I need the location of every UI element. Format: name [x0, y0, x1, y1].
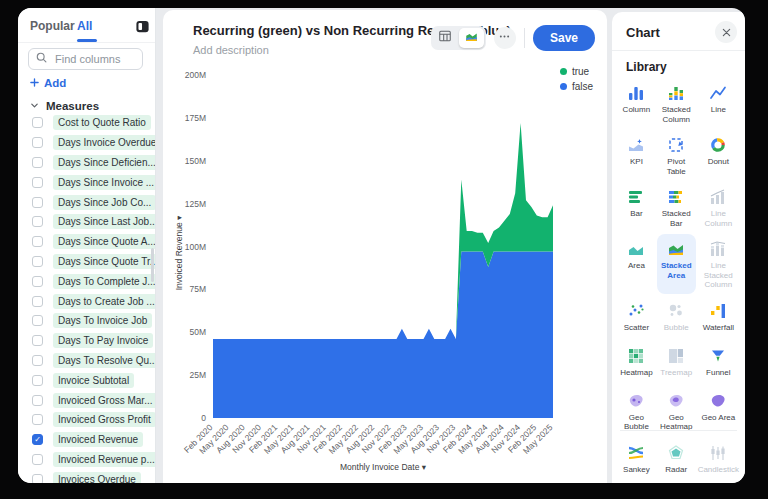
search-input[interactable] [53, 52, 137, 66]
library-item-pivot-table[interactable]: Pivot Table [657, 130, 696, 180]
library-item-geo-area[interactable]: Geo Area [697, 386, 740, 436]
radar-icon [666, 443, 686, 463]
measure-row[interactable]: Invoices Overdue [18, 469, 155, 483]
measure-row[interactable]: Days Invoice Overdue [18, 133, 155, 153]
save-button[interactable]: Save [533, 25, 595, 51]
checkbox[interactable] [32, 236, 43, 247]
svg-text:150M: 150M [185, 156, 206, 166]
measure-label: Days Since Quote Tr... [53, 254, 156, 269]
checkbox[interactable] [32, 474, 43, 483]
measure-row[interactable]: Days to Create Job ... [18, 291, 155, 311]
measure-row[interactable]: Days Since Job Co... [18, 192, 155, 212]
measure-label: Days To Resolve Qu... [53, 353, 156, 368]
svg-text:200M: 200M [185, 70, 206, 80]
library-item-stacked-area[interactable]: Stacked Area [657, 234, 696, 294]
measure-label: Invoiced Revenue [53, 432, 143, 447]
measure-row[interactable]: ✓Invoiced Revenue [18, 430, 155, 450]
more-options-button[interactable] [494, 27, 516, 49]
checkbox[interactable] [32, 454, 43, 465]
measures-section-label: Measures [46, 100, 99, 112]
measure-row[interactable]: Days Since Quote Tr... [18, 252, 155, 272]
measure-row[interactable]: Days To Invoice Job [18, 311, 155, 331]
checkbox[interactable] [32, 335, 43, 346]
checkbox[interactable] [32, 315, 43, 326]
add-column-button[interactable]: Add [30, 77, 66, 89]
checkbox[interactable] [32, 137, 43, 148]
library-bottom-divider [620, 430, 737, 431]
checkbox[interactable] [32, 256, 43, 267]
measure-row[interactable]: Invoice Subtotal [18, 370, 155, 390]
sidebar-tabs: Popular All [18, 8, 155, 43]
geo-heatmap-icon [666, 391, 686, 411]
column-icon [626, 83, 646, 103]
tab-all[interactable]: All [77, 19, 92, 33]
checkbox[interactable] [32, 157, 43, 168]
library-item-heatmap[interactable]: Heatmap [617, 341, 656, 384]
measure-label: Days Invoice Overdue [53, 135, 156, 150]
checkbox[interactable] [32, 117, 43, 128]
table-view-button[interactable] [433, 28, 458, 48]
funnel-icon [708, 346, 728, 366]
library-item-bar[interactable]: Bar [617, 182, 656, 232]
candlestick-icon [708, 443, 728, 463]
measures-section-header[interactable]: Measures [30, 100, 99, 112]
measure-row[interactable]: Days Since Quote A... [18, 232, 155, 252]
checkbox[interactable] [32, 296, 43, 307]
library-item-label: Column [623, 105, 651, 115]
line-column-icon [708, 187, 728, 207]
measure-row[interactable]: Days Since Deficien... [18, 153, 155, 173]
close-icon [722, 23, 731, 41]
library-item-line[interactable]: Line [697, 78, 740, 128]
heatmap-icon [626, 346, 646, 366]
library-item-donut[interactable]: Donut [697, 130, 740, 180]
chart-editor-card: Recurring (green) vs Non Recurring Reven… [163, 10, 607, 483]
plus-icon [30, 77, 39, 89]
checkbox[interactable] [32, 216, 43, 227]
chart-view-button[interactable] [459, 28, 484, 48]
library-item-stacked-column[interactable]: Stacked Column [657, 78, 696, 128]
stacked-area-chart[interactable]: 025M50M75M100M125M150M175M200MFeb 2020Ma… [163, 58, 607, 483]
close-panel-button[interactable] [715, 21, 737, 43]
measure-row[interactable]: Invoiced Gross Mar... [18, 390, 155, 410]
library-item-column[interactable]: Column [617, 78, 656, 128]
library-item-area[interactable]: Area [617, 234, 656, 294]
library-item-geo-bubble[interactable]: Geo Bubble [617, 386, 656, 436]
measure-row[interactable]: Days Since Last Job... [18, 212, 155, 232]
library-item-radar[interactable]: Radar [657, 438, 696, 481]
measure-row[interactable]: Days To Pay Invoice [18, 331, 155, 351]
find-columns-search[interactable] [28, 48, 143, 70]
checkbox[interactable] [32, 276, 43, 287]
checkbox[interactable] [32, 395, 43, 406]
measure-row[interactable]: Days To Resolve Qu... [18, 351, 155, 371]
library-item-geo-heatmap[interactable]: Geo Heatmap [657, 386, 696, 436]
add-description-field[interactable]: Add description [193, 44, 269, 56]
measure-row[interactable]: Invoiced Gross Profit [18, 410, 155, 430]
checkbox[interactable] [32, 177, 43, 188]
ellipsis-icon [498, 29, 511, 47]
checkbox[interactable] [32, 355, 43, 366]
measure-row[interactable]: Invoiced Revenue p... [18, 450, 155, 470]
library-item-label: Heatmap [620, 368, 652, 378]
sidebar-scrollbar[interactable] [151, 248, 154, 282]
measure-row[interactable]: Days To Complete J... [18, 271, 155, 291]
pivot-table-icon [666, 135, 686, 155]
checkbox[interactable] [32, 197, 43, 208]
checkbox[interactable] [32, 375, 43, 386]
library-item-sankey[interactable]: Sankey [617, 438, 656, 481]
svg-text:125M: 125M [185, 199, 206, 209]
measure-row[interactable]: Days Since Invoice ... [18, 172, 155, 192]
measure-row[interactable]: Cost to Quote Ratio [18, 113, 155, 133]
library-item-kpi[interactable]: KPI [617, 130, 656, 180]
sidebar-toggle-icon[interactable] [133, 17, 151, 35]
library-item-label: Candlestick [698, 465, 739, 475]
checkbox[interactable] [32, 414, 43, 425]
tab-popular[interactable]: Popular [30, 19, 75, 33]
library-item-waterfall[interactable]: Waterfall [697, 296, 740, 339]
library-item-scatter[interactable]: Scatter [617, 296, 656, 339]
library-item-stacked-bar[interactable]: Stacked Bar [657, 182, 696, 232]
bubble-icon [666, 301, 686, 321]
checkbox-checked[interactable]: ✓ [32, 434, 43, 445]
library-item-funnel[interactable]: Funnel [697, 341, 740, 384]
stacked-bar-icon [666, 187, 686, 207]
library-item-pareto[interactable]: Pareto [617, 483, 656, 484]
